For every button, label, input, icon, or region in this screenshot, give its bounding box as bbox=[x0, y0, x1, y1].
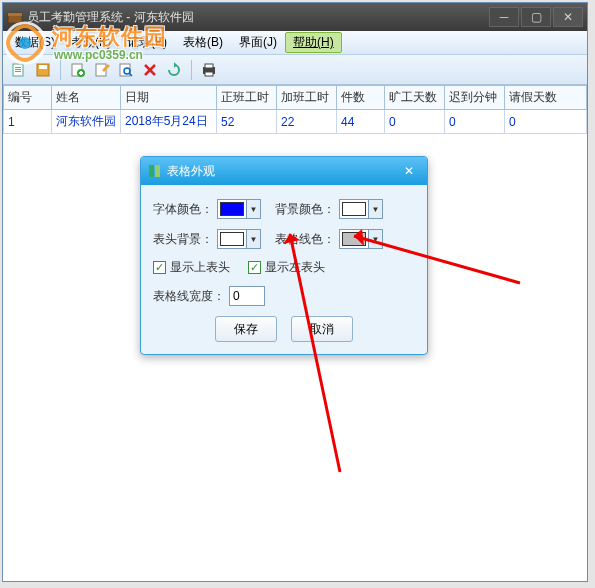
dialog-titlebar: 表格外观 ✕ bbox=[141, 157, 427, 185]
dialog-icon bbox=[147, 163, 163, 179]
svg-rect-21 bbox=[205, 64, 213, 68]
svg-rect-5 bbox=[15, 71, 21, 72]
menu-ui[interactable]: 界面(J) bbox=[231, 32, 285, 53]
show-left-header-checkbox[interactable]: ✓ bbox=[248, 261, 261, 274]
show-left-header-label: 显示左表头 bbox=[265, 259, 325, 276]
font-color-picker[interactable]: ▼ bbox=[217, 199, 261, 219]
toolbar-separator bbox=[191, 60, 192, 80]
line-color-swatch bbox=[342, 232, 366, 246]
cell-date: 2018年5月24日 bbox=[121, 110, 217, 134]
col-absent[interactable]: 旷工天数 bbox=[385, 86, 445, 110]
show-top-header-checkbox[interactable]: ✓ bbox=[153, 261, 166, 274]
toolbar-print-icon[interactable] bbox=[199, 60, 219, 80]
cell-overtime: 22 bbox=[277, 110, 337, 134]
cancel-button[interactable]: 取消 bbox=[291, 316, 353, 342]
toolbar-separator bbox=[60, 60, 61, 80]
menu-help[interactable]: 帮助(H) bbox=[285, 32, 342, 53]
line-width-input[interactable] bbox=[229, 286, 265, 306]
toolbar bbox=[3, 55, 587, 85]
header-bg-swatch bbox=[220, 232, 244, 246]
window-title: 员工考勤管理系统 - 河东软件园 bbox=[27, 9, 489, 26]
col-late[interactable]: 迟到分钟 bbox=[445, 86, 505, 110]
svg-rect-7 bbox=[39, 65, 47, 69]
font-color-label: 字体颜色： bbox=[153, 201, 213, 218]
data-grid: 编号 姓名 日期 正班工时 加班工时 件数 旷工天数 迟到分钟 请假天数 1 河… bbox=[3, 85, 587, 134]
col-id[interactable]: 编号 bbox=[4, 86, 52, 110]
chevron-down-icon: ▼ bbox=[368, 230, 382, 248]
line-color-picker[interactable]: ▼ bbox=[339, 229, 383, 249]
menubar: 数据(S) 考勤(K) 记录(E) 表格(B) 界面(J) 帮助(H) bbox=[3, 31, 587, 55]
col-overtime[interactable]: 加班工时 bbox=[277, 86, 337, 110]
cell-late: 0 bbox=[445, 110, 505, 134]
show-top-header-label: 显示上表头 bbox=[170, 259, 230, 276]
col-leave[interactable]: 请假天数 bbox=[505, 86, 587, 110]
svg-rect-23 bbox=[149, 165, 154, 177]
svg-rect-22 bbox=[205, 72, 213, 76]
chevron-down-icon: ▼ bbox=[368, 200, 382, 218]
toolbar-delete-icon[interactable] bbox=[140, 60, 160, 80]
app-icon bbox=[7, 9, 23, 25]
col-date[interactable]: 日期 bbox=[121, 86, 217, 110]
header-bg-picker[interactable]: ▼ bbox=[217, 229, 261, 249]
svg-rect-3 bbox=[15, 67, 21, 68]
cell-id: 1 bbox=[4, 110, 52, 134]
menu-table[interactable]: 表格(B) bbox=[175, 32, 231, 53]
table-header-row: 编号 姓名 日期 正班工时 加班工时 件数 旷工天数 迟到分钟 请假天数 bbox=[4, 86, 587, 110]
chevron-down-icon: ▼ bbox=[246, 200, 260, 218]
line-color-label: 表格线色： bbox=[275, 231, 335, 248]
dialog-close-button[interactable]: ✕ bbox=[397, 163, 421, 179]
cell-pieces: 44 bbox=[337, 110, 385, 134]
menu-record[interactable]: 记录(E) bbox=[119, 32, 175, 53]
cell-regular: 52 bbox=[217, 110, 277, 134]
bg-color-picker[interactable]: ▼ bbox=[339, 199, 383, 219]
col-pieces[interactable]: 件数 bbox=[337, 86, 385, 110]
bg-color-label: 背景颜色： bbox=[275, 201, 335, 218]
toolbar-search-icon[interactable] bbox=[116, 60, 136, 80]
svg-rect-4 bbox=[15, 69, 21, 70]
toolbar-new-icon[interactable] bbox=[9, 60, 29, 80]
bg-color-swatch bbox=[342, 202, 366, 216]
cell-name: 河东软件园 bbox=[52, 110, 121, 134]
chevron-down-icon: ▼ bbox=[246, 230, 260, 248]
svg-rect-24 bbox=[155, 165, 160, 177]
menu-data[interactable]: 数据(S) bbox=[7, 32, 63, 53]
col-regular[interactable]: 正班工时 bbox=[217, 86, 277, 110]
font-color-swatch bbox=[220, 202, 244, 216]
cell-leave: 0 bbox=[505, 110, 587, 134]
titlebar: 员工考勤管理系统 - 河东软件园 ─ ▢ ✕ bbox=[3, 3, 587, 31]
minimize-button[interactable]: ─ bbox=[489, 7, 519, 27]
header-bg-label: 表头背景： bbox=[153, 231, 213, 248]
svg-rect-11 bbox=[80, 71, 82, 75]
svg-marker-19 bbox=[174, 62, 177, 68]
toolbar-add-icon[interactable] bbox=[68, 60, 88, 80]
svg-rect-1 bbox=[8, 13, 22, 16]
table-row[interactable]: 1 河东软件园 2018年5月24日 52 22 44 0 0 0 bbox=[4, 110, 587, 134]
col-name[interactable]: 姓名 bbox=[52, 86, 121, 110]
save-button[interactable]: 保存 bbox=[215, 316, 277, 342]
dialog-title: 表格外观 bbox=[167, 163, 397, 180]
maximize-button[interactable]: ▢ bbox=[521, 7, 551, 27]
toolbar-save-icon[interactable] bbox=[33, 60, 53, 80]
menu-attendance[interactable]: 考勤(K) bbox=[63, 32, 119, 53]
close-button[interactable]: ✕ bbox=[553, 7, 583, 27]
toolbar-refresh-icon[interactable] bbox=[164, 60, 184, 80]
cell-absent: 0 bbox=[385, 110, 445, 134]
toolbar-edit-icon[interactable] bbox=[92, 60, 112, 80]
line-width-label: 表格线宽度： bbox=[153, 288, 225, 305]
table-appearance-dialog: 表格外观 ✕ 字体颜色： ▼ 背景颜色： ▼ 表头背景： ▼ 表格线色： bbox=[140, 156, 428, 355]
